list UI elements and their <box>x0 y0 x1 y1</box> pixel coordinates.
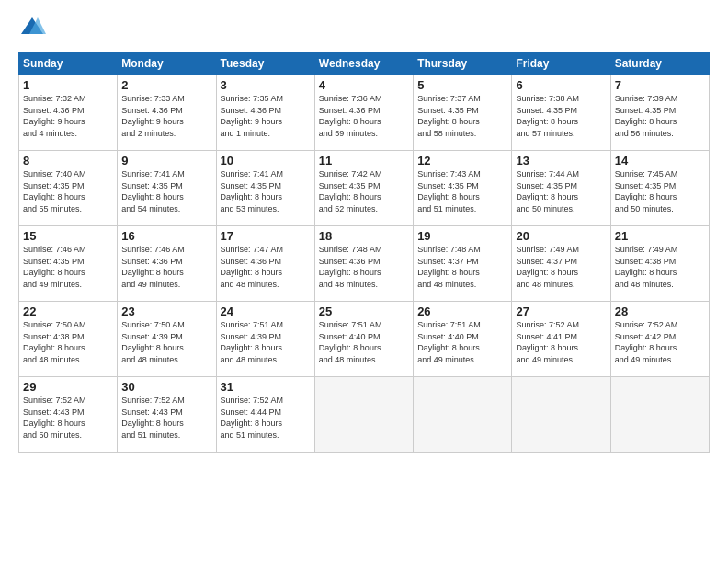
calendar-cell: 11Sunrise: 7:42 AM Sunset: 4:35 PM Dayli… <box>314 151 413 226</box>
calendar-cell: 20Sunrise: 7:49 AM Sunset: 4:37 PM Dayli… <box>512 226 610 302</box>
calendar-cell: 15Sunrise: 7:46 AM Sunset: 4:35 PM Dayli… <box>19 226 118 302</box>
day-info: Sunrise: 7:41 AM Sunset: 4:35 PM Dayligh… <box>121 168 211 214</box>
weekday-header-friday: Friday <box>512 52 610 75</box>
day-info: Sunrise: 7:41 AM Sunset: 4:35 PM Dayligh… <box>221 168 311 214</box>
calendar-cell: 25Sunrise: 7:51 AM Sunset: 4:40 PM Dayli… <box>314 302 413 377</box>
weekday-header-thursday: Thursday <box>414 52 512 75</box>
calendar-cell: 10Sunrise: 7:41 AM Sunset: 4:35 PM Dayli… <box>216 151 314 226</box>
calendar-cell: 28Sunrise: 7:52 AM Sunset: 4:42 PM Dayli… <box>610 302 709 377</box>
calendar-cell: 16Sunrise: 7:46 AM Sunset: 4:36 PM Dayli… <box>118 226 216 302</box>
day-info: Sunrise: 7:52 AM Sunset: 4:42 PM Dayligh… <box>615 319 705 365</box>
weekday-header-sunday: Sunday <box>19 52 118 75</box>
day-info: Sunrise: 7:40 AM Sunset: 4:35 PM Dayligh… <box>23 168 113 214</box>
day-info: Sunrise: 7:38 AM Sunset: 4:35 PM Dayligh… <box>516 93 606 139</box>
calendar-cell: 23Sunrise: 7:50 AM Sunset: 4:39 PM Dayli… <box>118 302 216 377</box>
day-info: Sunrise: 7:35 AM Sunset: 4:36 PM Dayligh… <box>221 93 311 139</box>
day-number: 30 <box>121 380 211 394</box>
calendar-cell: 27Sunrise: 7:52 AM Sunset: 4:41 PM Dayli… <box>512 302 610 377</box>
calendar-cell: 7Sunrise: 7:39 AM Sunset: 4:35 PM Daylig… <box>610 75 709 151</box>
day-info: Sunrise: 7:39 AM Sunset: 4:35 PM Dayligh… <box>615 93 705 139</box>
day-info: Sunrise: 7:46 AM Sunset: 4:35 PM Dayligh… <box>23 244 113 290</box>
day-number: 31 <box>221 380 311 394</box>
day-info: Sunrise: 7:37 AM Sunset: 4:35 PM Dayligh… <box>417 93 507 139</box>
day-info: Sunrise: 7:52 AM Sunset: 4:41 PM Dayligh… <box>516 319 606 365</box>
weekday-header-wednesday: Wednesday <box>314 52 413 75</box>
day-info: Sunrise: 7:49 AM Sunset: 4:37 PM Dayligh… <box>516 244 606 290</box>
page: SundayMondayTuesdayWednesdayThursdayFrid… <box>0 0 728 462</box>
day-info: Sunrise: 7:36 AM Sunset: 4:36 PM Dayligh… <box>319 93 409 139</box>
day-info: Sunrise: 7:43 AM Sunset: 4:35 PM Dayligh… <box>417 168 507 214</box>
calendar-cell: 24Sunrise: 7:51 AM Sunset: 4:39 PM Dayli… <box>216 302 314 377</box>
logo-icon <box>18 15 46 42</box>
week-row-3: 15Sunrise: 7:46 AM Sunset: 4:35 PM Dayli… <box>19 226 710 302</box>
day-number: 26 <box>417 304 507 318</box>
calendar-cell: 26Sunrise: 7:51 AM Sunset: 4:40 PM Dayli… <box>414 302 512 377</box>
day-number: 9 <box>121 154 211 167</box>
week-row-2: 8Sunrise: 7:40 AM Sunset: 4:35 PM Daylig… <box>19 151 710 226</box>
calendar-cell <box>314 377 413 453</box>
day-info: Sunrise: 7:44 AM Sunset: 4:35 PM Dayligh… <box>516 168 606 214</box>
calendar-cell <box>610 377 709 453</box>
calendar-cell <box>414 377 512 453</box>
day-number: 13 <box>516 154 606 167</box>
calendar-cell: 31Sunrise: 7:52 AM Sunset: 4:44 PM Dayli… <box>216 377 314 453</box>
day-number: 19 <box>417 229 507 243</box>
day-info: Sunrise: 7:51 AM Sunset: 4:39 PM Dayligh… <box>221 319 311 365</box>
calendar-cell: 30Sunrise: 7:52 AM Sunset: 4:43 PM Dayli… <box>118 377 216 453</box>
day-number: 29 <box>23 380 113 394</box>
day-info: Sunrise: 7:46 AM Sunset: 4:36 PM Dayligh… <box>121 244 211 290</box>
day-info: Sunrise: 7:32 AM Sunset: 4:36 PM Dayligh… <box>23 93 113 139</box>
day-info: Sunrise: 7:47 AM Sunset: 4:36 PM Dayligh… <box>221 244 311 290</box>
day-number: 6 <box>516 78 606 92</box>
calendar-cell: 8Sunrise: 7:40 AM Sunset: 4:35 PM Daylig… <box>19 151 118 226</box>
calendar-cell: 2Sunrise: 7:33 AM Sunset: 4:36 PM Daylig… <box>118 75 216 151</box>
day-info: Sunrise: 7:48 AM Sunset: 4:37 PM Dayligh… <box>417 244 507 290</box>
calendar-cell: 3Sunrise: 7:35 AM Sunset: 4:36 PM Daylig… <box>216 75 314 151</box>
calendar-cell: 21Sunrise: 7:49 AM Sunset: 4:38 PM Dayli… <box>610 226 709 302</box>
calendar-cell: 9Sunrise: 7:41 AM Sunset: 4:35 PM Daylig… <box>118 151 216 226</box>
day-number: 24 <box>221 304 311 318</box>
day-info: Sunrise: 7:50 AM Sunset: 4:39 PM Dayligh… <box>121 319 211 365</box>
calendar-cell: 19Sunrise: 7:48 AM Sunset: 4:37 PM Dayli… <box>414 226 512 302</box>
calendar-cell: 17Sunrise: 7:47 AM Sunset: 4:36 PM Dayli… <box>216 226 314 302</box>
day-number: 27 <box>516 304 606 318</box>
day-info: Sunrise: 7:42 AM Sunset: 4:35 PM Dayligh… <box>319 168 409 214</box>
day-info: Sunrise: 7:48 AM Sunset: 4:36 PM Dayligh… <box>319 244 409 290</box>
calendar-cell: 5Sunrise: 7:37 AM Sunset: 4:35 PM Daylig… <box>414 75 512 151</box>
day-number: 17 <box>221 229 311 243</box>
logo <box>18 15 50 42</box>
calendar-cell: 22Sunrise: 7:50 AM Sunset: 4:38 PM Dayli… <box>19 302 118 377</box>
day-info: Sunrise: 7:52 AM Sunset: 4:43 PM Dayligh… <box>121 395 211 441</box>
day-info: Sunrise: 7:51 AM Sunset: 4:40 PM Dayligh… <box>417 319 507 365</box>
calendar-cell: 1Sunrise: 7:32 AM Sunset: 4:36 PM Daylig… <box>19 75 118 151</box>
calendar-cell: 13Sunrise: 7:44 AM Sunset: 4:35 PM Dayli… <box>512 151 610 226</box>
day-info: Sunrise: 7:52 AM Sunset: 4:43 PM Dayligh… <box>23 395 113 441</box>
day-info: Sunrise: 7:45 AM Sunset: 4:35 PM Dayligh… <box>615 168 705 214</box>
day-number: 11 <box>319 154 409 167</box>
day-number: 8 <box>23 154 113 167</box>
day-info: Sunrise: 7:50 AM Sunset: 4:38 PM Dayligh… <box>23 319 113 365</box>
week-row-5: 29Sunrise: 7:52 AM Sunset: 4:43 PM Dayli… <box>19 377 710 453</box>
day-number: 10 <box>221 154 311 167</box>
day-number: 28 <box>615 304 705 318</box>
calendar-cell: 29Sunrise: 7:52 AM Sunset: 4:43 PM Dayli… <box>19 377 118 453</box>
day-number: 22 <box>23 304 113 318</box>
day-number: 14 <box>615 154 705 167</box>
weekday-header-row: SundayMondayTuesdayWednesdayThursdayFrid… <box>19 52 710 75</box>
day-number: 3 <box>221 78 311 92</box>
day-info: Sunrise: 7:33 AM Sunset: 4:36 PM Dayligh… <box>121 93 211 139</box>
calendar-cell: 18Sunrise: 7:48 AM Sunset: 4:36 PM Dayli… <box>314 226 413 302</box>
calendar-cell: 12Sunrise: 7:43 AM Sunset: 4:35 PM Dayli… <box>414 151 512 226</box>
day-number: 4 <box>319 78 409 92</box>
week-row-1: 1Sunrise: 7:32 AM Sunset: 4:36 PM Daylig… <box>19 75 710 151</box>
weekday-header-monday: Monday <box>118 52 216 75</box>
day-number: 20 <box>516 229 606 243</box>
header <box>18 15 710 42</box>
day-number: 15 <box>23 229 113 243</box>
day-info: Sunrise: 7:49 AM Sunset: 4:38 PM Dayligh… <box>615 244 705 290</box>
calendar-cell <box>512 377 610 453</box>
calendar-table: SundayMondayTuesdayWednesdayThursdayFrid… <box>18 52 710 453</box>
weekday-header-tuesday: Tuesday <box>216 52 314 75</box>
day-number: 7 <box>615 78 705 92</box>
day-number: 2 <box>121 78 211 92</box>
